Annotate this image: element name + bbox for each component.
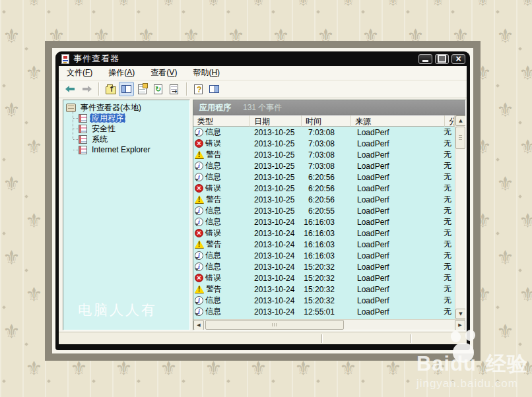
damask-motif: ⚜	[429, 0, 447, 9]
help-icon	[194, 84, 203, 94]
up-one-level-button[interactable]	[103, 82, 118, 96]
show-hide-pane-button[interactable]	[207, 82, 222, 96]
up-one-level-icon	[106, 86, 116, 94]
damask-motif: ⚜	[70, 0, 88, 9]
type-label: 信息	[205, 295, 221, 306]
back-arrow-button[interactable]	[63, 82, 78, 96]
date-cell: 2013-10-24	[250, 274, 302, 283]
time-cell: 7:03:08	[302, 139, 351, 148]
damask-motif: ⚜	[519, 0, 532, 9]
damask-motif: ⚜	[205, 0, 222, 9]
damask-motif: ⚜	[496, 174, 514, 194]
damask-motif: ⚜	[115, 359, 133, 379]
tree-item-3[interactable]: 系统	[71, 134, 189, 144]
maximize-button[interactable]	[435, 54, 449, 64]
menu-item-a[interactable]: 操作(A)	[108, 67, 135, 78]
column-header-2[interactable]: 时间	[302, 115, 351, 127]
baidu-logo-row: Bai du 经验	[416, 334, 528, 374]
event-row[interactable]: 信息2013-10-2416:16:03LoadPerf无	[193, 250, 455, 261]
properties-button[interactable]	[135, 82, 150, 96]
date-cell: 2013-10-24	[250, 218, 302, 227]
minimize-button[interactable]	[418, 54, 432, 64]
horizontal-scroll-track[interactable]	[204, 320, 455, 330]
info-icon	[195, 218, 203, 226]
pattern-dot	[406, 10, 410, 14]
horizontal-scrollbar[interactable]: ◀ ▶	[193, 319, 465, 330]
tree-item-label: 应用程序	[90, 113, 125, 123]
tree-root[interactable]: 事件查看器(本地)	[66, 102, 189, 113]
tree-item-4[interactable]: Internet Explorer	[71, 144, 189, 155]
category-cell: 无	[444, 306, 453, 317]
column-header-0[interactable]: 类型	[193, 115, 250, 127]
pattern-dot	[2, 158, 6, 162]
pattern-dot	[518, 47, 522, 51]
damask-motif: ⚜	[519, 211, 532, 231]
title-bar: 事件查看器	[59, 51, 467, 66]
damask-motif: ⚜	[384, 0, 402, 9]
pattern-dot	[2, 231, 6, 235]
show-hide-tree-button[interactable]	[119, 82, 134, 96]
damask-motif: ⚜	[496, 26, 514, 46]
menu-item-f[interactable]: 文件(F)	[67, 67, 92, 78]
event-row[interactable]: 信息2013-10-257:03:08LoadPerf无	[193, 160, 455, 171]
event-row[interactable]: 警告2013-10-257:03:08LoadPerf无	[193, 149, 455, 160]
tree-item-2[interactable]: 安全性	[71, 123, 189, 134]
event-row[interactable]: 信息2013-10-2415:20:32LoadPerf无	[193, 295, 455, 306]
event-row[interactable]: 错误2013-10-2415:20:32LoadPerf无	[193, 272, 455, 284]
event-row[interactable]: 信息2013-10-2412:55:01LoadPerf无	[193, 306, 455, 317]
category-cell: 无	[444, 250, 453, 261]
export-list-button[interactable]	[166, 82, 182, 96]
date-cell: 2013-10-25	[250, 162, 302, 171]
event-row[interactable]: 警告2013-10-2416:16:03LoadPerf无	[193, 239, 455, 250]
refresh-button[interactable]	[150, 82, 166, 96]
event-row[interactable]: 警告2013-10-2415:20:32LoadPerf无	[193, 284, 455, 295]
event-row[interactable]: 信息2013-10-2415:20:32LoadPerf无	[193, 261, 455, 272]
time-cell: 6:20:55	[302, 206, 351, 216]
vertical-scrollbar[interactable]: ▲ ▼	[455, 115, 465, 319]
category-cell: 无	[444, 205, 453, 216]
menu-item-v[interactable]: 查看(V)	[150, 67, 177, 78]
type-cell: 警告	[193, 239, 250, 250]
event-row[interactable]: 信息2013-10-256:20:56LoadPerf无	[193, 171, 455, 183]
type-cell: 错误	[193, 183, 250, 194]
properties-icon	[138, 84, 147, 94]
category-cell: 无	[444, 160, 453, 171]
help-button[interactable]	[191, 82, 206, 96]
scroll-up-button[interactable]: ▲	[455, 115, 466, 126]
date-cell: 2013-10-24	[250, 240, 302, 249]
baidu-paw-icon	[447, 330, 486, 371]
forward-arrow-button[interactable]	[79, 82, 94, 96]
vertical-scroll-thumb[interactable]	[455, 127, 465, 149]
scroll-left-button[interactable]: ◀	[193, 320, 204, 330]
date-cell: 2013-10-25	[250, 195, 302, 204]
event-row[interactable]: 信息2013-10-2416:16:03LoadPerf无	[193, 216, 455, 228]
column-header-4[interactable]: 分	[445, 115, 455, 127]
back-arrow-icon	[65, 85, 76, 93]
type-label: 错误	[205, 138, 221, 149]
event-row[interactable]: 信息2013-10-257:03:08LoadPerf无	[193, 127, 455, 138]
damask-motif: ⚜	[339, 0, 357, 9]
scroll-down-button[interactable]: ▼	[455, 309, 466, 319]
window-body: 文件(F)操作(A)查看(V)帮助(H) 事件查看器(本地) 应用程序安全性系统…	[59, 66, 467, 344]
horizontal-scroll-thumb[interactable]	[205, 320, 344, 330]
pattern-dot	[451, 10, 455, 14]
event-row[interactable]: 错误2013-10-2416:16:03LoadPerf无	[193, 228, 455, 239]
scroll-right-button[interactable]: ▶	[455, 320, 465, 330]
column-header-3[interactable]: 来源	[351, 115, 445, 127]
column-header-1[interactable]: 日期	[250, 115, 302, 127]
vertical-scroll-track[interactable]	[455, 150, 465, 309]
time-cell: 7:03:08	[302, 128, 351, 137]
event-row[interactable]: 警告2013-10-256:20:56LoadPerf无	[193, 194, 455, 205]
tree-watermark-text: 电脑人人有	[78, 301, 157, 319]
close-button[interactable]	[451, 54, 465, 64]
type-label: 警告	[206, 239, 222, 250]
event-row[interactable]: 错误2013-10-256:20:56LoadPerf无	[193, 183, 455, 194]
show-hide-pane-icon	[209, 85, 219, 93]
type-cell: 信息	[193, 250, 250, 261]
event-row[interactable]: 信息2013-10-256:20:55LoadPerf无	[193, 205, 455, 216]
menu-item-h[interactable]: 帮助(H)	[193, 67, 220, 78]
tree-item-1[interactable]: 应用程序	[71, 113, 189, 123]
event-row[interactable]: 错误2013-10-257:03:08LoadPerf无	[193, 138, 455, 149]
date-cell: 2013-10-24	[250, 296, 302, 305]
pattern-dot	[518, 121, 522, 125]
